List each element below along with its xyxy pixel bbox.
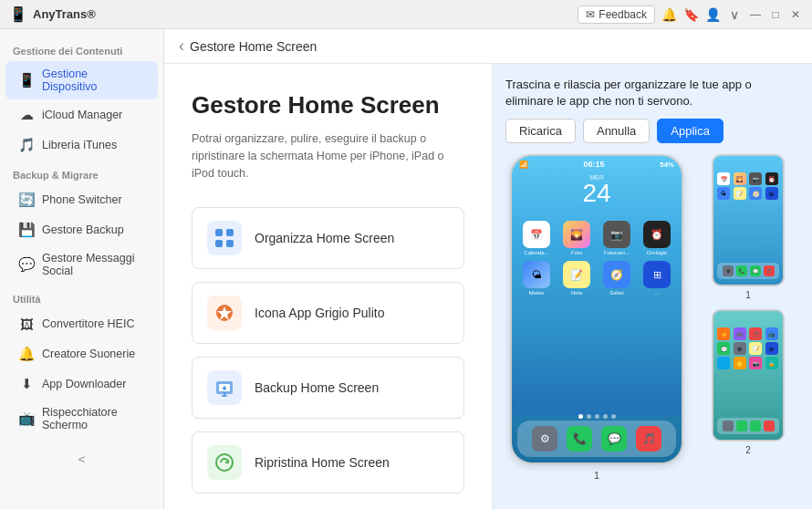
svg-rect-2 <box>215 240 223 247</box>
bell-icon[interactable]: 🔔 <box>661 6 677 23</box>
phone-screen: 📶 06:15 54% MER 24 <box>512 156 682 462</box>
dot-2 <box>587 414 591 419</box>
maximize-button[interactable]: □ <box>768 7 783 22</box>
app-title: 📱 AnyTrans® <box>9 5 96 23</box>
thumb2-app5: 💬 <box>717 342 730 355</box>
ricarica-button[interactable]: Ricarica <box>505 119 576 143</box>
thumb2-app9: 🌐 <box>717 357 730 369</box>
suonerie-icon: 🔔 <box>18 346 35 362</box>
sidebar-item-creatore-suonerie[interactable]: 🔔 Creatore Suonerie <box>5 339 158 369</box>
ocean-overlay <box>512 333 682 415</box>
phones-area: 📶 06:15 54% MER 24 <box>505 154 799 496</box>
sidebar-item-icloud-manager[interactable]: ☁ iCloud Manager <box>5 100 158 130</box>
phone-thumb-2[interactable]: ⚡ 🎮 🎵 📺 💬 ⚙ 📝 ⊞ 🌐 <box>697 309 799 455</box>
calendar-icon: 📅 <box>523 221 550 248</box>
page-subtitle: Potrai organizzare, pulire, eseguire il … <box>192 130 464 182</box>
messaggi-icon: 💬 <box>18 256 35 273</box>
annulla-button[interactable]: Annulla <box>583 119 650 143</box>
thumb1-app4: ⏰ <box>765 172 778 185</box>
svg-point-8 <box>216 454 233 471</box>
breadcrumb-title: Gestore Home Screen <box>190 39 317 54</box>
content-area: ‹ Gestore Home Screen Gestore Home Scree… <box>164 29 812 509</box>
chevron-down-icon[interactable]: ∨ <box>726 6 743 23</box>
phone-app-photos[interactable]: 🌄 Foto <box>559 221 594 255</box>
sidebar-item-phone-switcher[interactable]: 🔄 Phone Switcher <box>5 185 158 214</box>
phone-app-notes[interactable]: 📝 Note <box>559 261 594 296</box>
thumb-frame-1: 📅 🌄 📷 ⏰ 🌤 📝 🧭 ⊞ <box>712 154 785 286</box>
phone-apps-grid: 📅 Calenda... 🌄 Foto 📷 <box>512 213 682 303</box>
menu-item-ripristina[interactable]: Ripristina Home Screen <box>192 431 464 493</box>
dock-settings: ⚙ <box>532 426 557 452</box>
applica-button[interactable]: Applica <box>657 119 724 143</box>
thumb2-app7: 📝 <box>749 342 762 355</box>
thumb-page-1: 1 <box>745 290 751 300</box>
weather-label: Meteo <box>529 290 545 296</box>
thumb1-app8: ⊞ <box>765 187 778 200</box>
phone-app-camera[interactable]: 📷 Fotocam... <box>599 221 634 255</box>
sidebar-item-label-phone-switcher: Phone Switcher <box>42 193 122 206</box>
feedback-label: Feedback <box>599 8 647 21</box>
feedback-button[interactable]: ✉ Feedback <box>578 5 655 24</box>
sidebar-item-label-backup: Gestore Backup <box>42 223 124 236</box>
user-icon[interactable]: 👤 <box>704 6 721 23</box>
thumb-frame-2: ⚡ 🎮 🎵 📺 💬 ⚙ 📝 ⊞ 🌐 <box>712 309 785 441</box>
sidebar-collapse-button[interactable]: < <box>0 452 163 466</box>
phone-app-weather[interactable]: 🌤 Meteo <box>519 261 554 296</box>
photos-label: Foto <box>571 250 582 255</box>
sidebar-item-label-schermo: Rispecchiatore Schermo <box>42 406 145 431</box>
svg-rect-3 <box>226 240 234 247</box>
backup-home-icon <box>207 370 242 405</box>
thumb1-dock: ⚙ 📞 💬 🎵 <box>717 263 779 279</box>
main-phone: 📶 06:15 54% MER 24 <box>505 154 688 496</box>
sidebar-item-gestione-dispositivo[interactable]: 📱 Gestione Dispositivo <box>5 61 158 99</box>
titlebar: 📱 AnyTrans® ✉ Feedback 🔔 🔖 👤 ∨ — □ ✕ <box>0 0 812 29</box>
menu-item-organizza[interactable]: Organizza Home Screen <box>192 207 464 269</box>
menu-item-icona-app[interactable]: Icona App Grigio Pulito <box>192 282 464 344</box>
backup-icon: 💾 <box>18 222 35 238</box>
dock-music: 🎵 <box>636 426 661 452</box>
phone-date-day: MER <box>512 174 682 181</box>
itunes-icon: 🎵 <box>18 137 35 153</box>
weather-icon: 🌤 <box>523 261 550 288</box>
camera-icon: 📷 <box>603 221 630 248</box>
sidebar-item-convertitore-heic[interactable]: 🖼 Convertitore HEIC <box>5 309 158 338</box>
heic-icon: 🖼 <box>18 316 35 332</box>
app-icon: 📱 <box>9 5 27 23</box>
close-button[interactable]: ✕ <box>788 7 803 22</box>
phone-app-calendar[interactable]: 📅 Calenda... <box>519 221 554 255</box>
sidebar-item-label-downloader: App Downloader <box>42 378 126 390</box>
phone-frame[interactable]: 📶 06:15 54% MER 24 <box>510 154 683 464</box>
sidebar-item-app-downloader[interactable]: ⬇ App Downloader <box>5 369 158 399</box>
phone-app-safari[interactable]: 🧭 Safari <box>599 261 634 296</box>
thumb2-app8: ⊞ <box>765 342 778 355</box>
bookmark-icon[interactable]: 🔖 <box>682 6 699 23</box>
sidebar-item-libreria-itunes[interactable]: 🎵 Libreria iTunes <box>5 130 158 160</box>
phone-thumb-1[interactable]: 📅 🌄 📷 ⏰ 🌤 📝 🧭 ⊞ <box>697 154 799 300</box>
phone-app-clock[interactable]: ⏰ Orologio <box>640 221 674 255</box>
icona-app-icon <box>207 296 242 330</box>
backup-home-label: Backup Home Screen <box>255 380 379 395</box>
sidebar-item-gestore-messaggi[interactable]: 💬 Gestore Messaggi Social <box>5 245 158 284</box>
minimize-button[interactable]: — <box>748 7 763 22</box>
back-button[interactable]: ‹ <box>179 36 184 56</box>
phone-battery: 54% <box>660 161 674 169</box>
thumb1-dock3: 💬 <box>750 265 761 276</box>
sidebar-item-gestore-backup[interactable]: 💾 Gestore Backup <box>5 215 158 244</box>
sidebar-section-contenuti: Gestione dei Contenuti <box>0 36 163 60</box>
sidebar-section-backup: Backup & Migrare <box>0 161 163 184</box>
gestione-dispositivo-icon: 📱 <box>18 72 35 88</box>
thumb1-app3: 📷 <box>749 172 762 185</box>
sidebar-item-label-gestione: Gestione Dispositivo <box>42 68 145 93</box>
phone-thumbnails: 📅 🌄 📷 ⏰ 🌤 📝 🧭 ⊞ <box>697 154 799 496</box>
phone-time: 06:15 <box>583 160 604 169</box>
thumb2-app10: ⭐ <box>734 357 746 369</box>
menu-item-backup[interactable]: Backup Home Screen <box>192 357 464 419</box>
thumb2-dock <box>717 418 779 434</box>
phone-app-appstore[interactable]: ⊞ ... <box>640 261 674 296</box>
dock-phone: 📞 <box>567 426 592 452</box>
sidebar-item-rispecchiatore-schermo[interactable]: 📺 Rispecchiatore Schermo <box>5 400 158 438</box>
two-pane: Gestore Home Screen Potrai organizzare, … <box>164 64 812 509</box>
photos-icon: 🌄 <box>563 221 590 248</box>
right-pane-hint: Trascina e rilascia per organizzare le t… <box>505 77 799 109</box>
thumb1-app6: 📝 <box>734 187 746 200</box>
